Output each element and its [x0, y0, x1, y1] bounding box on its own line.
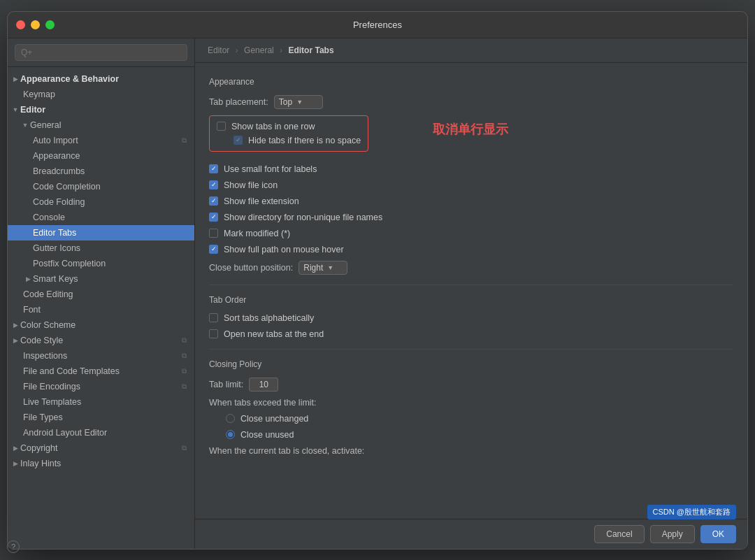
sidebar-item-inspections[interactable]: Inspections ⧉ [8, 348, 194, 364]
sidebar-item-code-style[interactable]: ▶ Code Style ⧉ [8, 333, 194, 348]
show-file-extension-checkbox[interactable] [209, 196, 218, 206]
sidebar-item-editor-tabs[interactable]: Editor Tabs [8, 225, 194, 240]
sidebar-item-gutter-icons[interactable]: Gutter Icons [8, 240, 194, 256]
use-small-font-checkbox-label[interactable]: Use small font for labels [209, 164, 317, 174]
mark-modified-row[interactable]: Mark modified (*) [209, 229, 733, 238]
tab-placement-dropdown[interactable]: Top ▼ [274, 95, 323, 109]
show-tabs-checkbox[interactable] [217, 122, 226, 131]
show-full-path-checkbox-label[interactable]: Show full path on mouse hover [209, 245, 344, 254]
show-file-icon-checkbox[interactable] [209, 180, 218, 189]
use-small-font-row[interactable]: Use small font for labels [209, 164, 733, 174]
close-unchanged-row[interactable]: Close unchanged [209, 414, 733, 424]
open-new-tabs-checkbox[interactable] [209, 329, 218, 338]
sidebar-item-label: Color Scheme [20, 320, 76, 330]
right-panel: Editor › General › Editor Tabs Appearanc… [195, 38, 747, 549]
close-button[interactable] [16, 20, 25, 29]
expand-arrow: ▶ [10, 336, 20, 345]
sort-tabs-checkbox-label[interactable]: Sort tabs alphabetically [209, 313, 314, 323]
help-button[interactable]: ? [7, 540, 20, 550]
hide-tabs-checkbox[interactable] [233, 136, 243, 145]
sidebar-item-label: Gutter Icons [33, 243, 80, 253]
sidebar-item-file-code-templates[interactable]: File and Code Templates ⧉ [8, 364, 194, 379]
mark-modified-checkbox-label[interactable]: Mark modified (*) [209, 229, 290, 238]
show-full-path-row[interactable]: Show full path on mouse hover [209, 245, 733, 254]
sidebar-item-code-editing[interactable]: Code Editing [8, 287, 194, 302]
hide-tabs-checkbox-label[interactable]: Hide tabs if there is no space [233, 136, 361, 145]
open-new-tabs-checkbox-label[interactable]: Open new tabs at the end [209, 329, 324, 339]
close-button-dropdown[interactable]: Right ▼ [299, 261, 347, 275]
annotation-text: 取消单行显示 [433, 121, 508, 138]
sidebar-item-editor[interactable]: ▼ Editor [8, 102, 194, 117]
sidebar-item-file-types[interactable]: File Types [8, 410, 194, 425]
sidebar-item-keymap[interactable]: Keymap [8, 87, 194, 102]
sidebar-item-color-scheme[interactable]: ▶ Color Scheme [8, 317, 194, 333]
sidebar-item-appearance[interactable]: Appearance [8, 148, 194, 164]
show-tabs-highlight-box: Show tabs in one row Hide tabs if there … [209, 115, 368, 152]
search-input[interactable] [15, 44, 187, 61]
close-unused-radio-label[interactable]: Close unused [226, 430, 294, 440]
maximize-button[interactable] [45, 20, 55, 29]
sidebar: ▶ Appearance & Behavior Keymap ▼ Editor [8, 38, 195, 549]
sidebar-item-code-folding[interactable]: Code Folding [8, 194, 194, 210]
open-new-tabs-row[interactable]: Open new tabs at the end [209, 329, 733, 339]
sidebar-item-label: Code Editing [23, 289, 73, 299]
sidebar-item-postfix-completion[interactable]: Postfix Completion [8, 256, 194, 271]
sidebar-item-copyright[interactable]: ▶ Copyright ⧉ [8, 440, 194, 456]
copy-icon: ⧉ [179, 351, 189, 361]
ok-button[interactable]: OK [700, 525, 736, 543]
show-directory-row[interactable]: Show directory for non-unique file names [209, 213, 733, 222]
watermark: CSDN @殷世航和套路 [647, 505, 736, 519]
apply-button[interactable]: Apply [650, 525, 695, 543]
sidebar-item-label: Keymap [23, 89, 55, 99]
breadcrumb-sep1: › [236, 45, 238, 55]
sidebar-item-label: Android Layout Editor [23, 428, 107, 438]
bottom-bar: CSDN @殷世航和套路 Cancel Apply OK [195, 519, 747, 549]
cancel-button[interactable]: Cancel [594, 525, 644, 543]
sidebar-item-smart-keys[interactable]: ▶ Smart Keys [8, 271, 194, 287]
tab-limit-label: Tab limit: [209, 380, 243, 389]
close-unused-row[interactable]: Close unused [209, 430, 733, 440]
show-full-path-checkbox[interactable] [209, 245, 218, 254]
tab-limit-input[interactable] [249, 378, 278, 392]
sidebar-item-label: Editor [20, 105, 45, 115]
close-unused-radio[interactable] [226, 430, 235, 439]
sidebar-item-font[interactable]: Font [8, 302, 194, 317]
traffic-lights [16, 20, 55, 29]
sidebar-item-label: Console [33, 213, 65, 222]
sidebar-item-auto-import[interactable]: Auto Import ⧉ [8, 133, 194, 148]
sidebar-item-inlay-hints[interactable]: ▶ Inlay Hints [8, 456, 194, 471]
show-file-icon-row[interactable]: Show file icon [209, 180, 733, 190]
sidebar-item-file-encodings[interactable]: File Encodings ⧉ [8, 379, 194, 394]
sidebar-item-general[interactable]: ▼ General [8, 117, 194, 133]
show-file-extension-checkbox-label[interactable]: Show file extension [209, 196, 299, 206]
sort-tabs-label: Sort tabs alphabetically [224, 313, 314, 323]
tab-placement-label: Tab placement: [209, 97, 268, 107]
show-tabs-checkbox-label[interactable]: Show tabs in one row [217, 122, 315, 131]
sidebar-item-console[interactable]: Console [8, 210, 194, 225]
use-small-font-checkbox[interactable] [209, 164, 218, 173]
show-file-icon-label: Show file icon [224, 180, 278, 190]
sidebar-item-code-completion[interactable]: Code Completion [8, 179, 194, 194]
sidebar-item-android-layout-editor[interactable]: Android Layout Editor [8, 425, 194, 440]
show-tabs-row[interactable]: Show tabs in one row [217, 122, 361, 131]
sidebar-item-appearance-behavior[interactable]: ▶ Appearance & Behavior [8, 71, 194, 87]
mark-modified-checkbox[interactable] [209, 229, 218, 238]
show-directory-checkbox[interactable] [209, 213, 218, 222]
close-unchanged-radio-label[interactable]: Close unchanged [226, 414, 308, 424]
close-unchanged-radio[interactable] [226, 414, 235, 423]
sort-tabs-checkbox[interactable] [209, 313, 218, 322]
sort-tabs-row[interactable]: Sort tabs alphabetically [209, 313, 733, 323]
show-file-icon-checkbox-label[interactable]: Show file icon [209, 180, 278, 190]
expand-arrow: ▶ [10, 459, 20, 468]
show-file-extension-row[interactable]: Show file extension [209, 196, 733, 206]
hide-tabs-row[interactable]: Hide tabs if there is no space [217, 136, 361, 145]
sidebar-item-breadcrumbs[interactable]: Breadcrumbs [8, 164, 194, 179]
close-button-value: Right [303, 263, 323, 273]
sidebar-item-live-templates[interactable]: Live Templates [8, 394, 194, 410]
when-exceed-row: When tabs exceed the limit: [209, 398, 733, 408]
search-bar[interactable] [8, 38, 194, 67]
minimize-button[interactable] [31, 20, 40, 29]
show-directory-checkbox-label[interactable]: Show directory for non-unique file names [209, 213, 382, 222]
expand-arrow: ▶ [10, 74, 20, 84]
copy-icon: ⧉ [179, 136, 189, 145]
